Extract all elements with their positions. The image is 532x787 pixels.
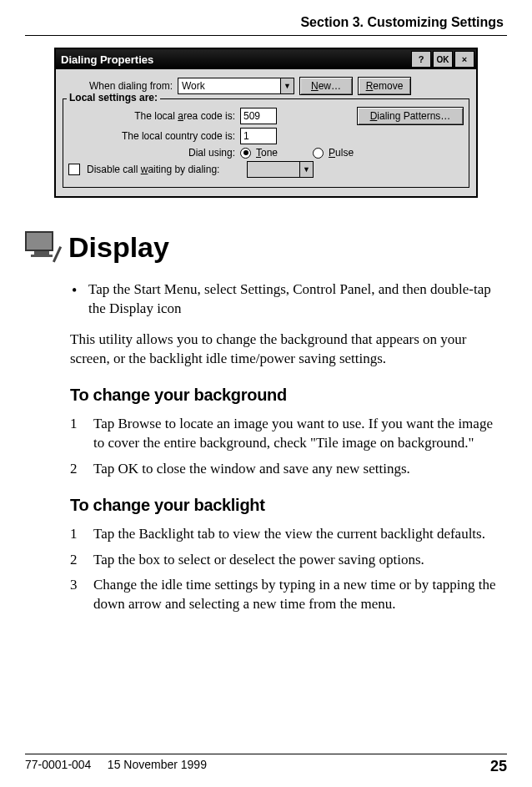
subheading-backlight: To change your backlight [70, 494, 507, 517]
disable-call-waiting-checkbox[interactable] [68, 164, 80, 175]
section-title: Section 3. Customizing Settings [300, 15, 504, 29]
ok-button[interactable]: OK [433, 51, 453, 68]
dialing-properties-dialog: Dialing Properties ? OK × When dialing f… [54, 48, 478, 198]
fieldset-legend: Local settings are: [67, 92, 160, 103]
disable-waiting-label: Disable call waiting by dialing: [85, 164, 242, 175]
country-code-input[interactable]: 1 [240, 128, 277, 144]
area-code-label: The local area code is: [68, 110, 235, 122]
pulse-radio[interactable] [313, 148, 324, 159]
list-item: 3Change the idle time settings by typing… [70, 576, 507, 614]
subheading-background: To change your background [70, 384, 507, 406]
dialing-patterns-button[interactable]: Dialing Patterns… [357, 107, 464, 125]
pulse-label: Pulse [329, 147, 354, 159]
doc-date: 15 November 1999 [108, 758, 207, 771]
close-button[interactable]: × [454, 51, 474, 68]
list-item: 1Tap the Backlight tab to view the view … [70, 525, 507, 544]
list-item: 1Tap Browse to locate an image you want … [70, 415, 507, 453]
remove-button[interactable]: Remove [358, 77, 411, 95]
doc-number: 77-0001-004 [25, 758, 91, 771]
area-code-input[interactable]: 509 [240, 108, 277, 124]
chevron-down-icon[interactable]: ▼ [299, 162, 313, 177]
when-dialing-combo[interactable]: Work ▼ [178, 78, 294, 94]
dialog-title: Dialing Properties [61, 53, 153, 66]
help-button[interactable]: ? [411, 51, 431, 68]
new-button[interactable]: New… [299, 77, 353, 95]
intro-paragraph: This utility allows you to change the ba… [70, 330, 507, 369]
display-heading: Display [68, 231, 169, 264]
dial-using-label: Dial using: [68, 147, 235, 159]
page-header: Section 3. Customizing Settings [25, 0, 507, 36]
tone-label: Tone [256, 147, 278, 159]
intro-bullet: Tap the Start Menu, select Settings, Con… [70, 280, 507, 319]
body-content: Tap the Start Menu, select Settings, Con… [70, 280, 507, 614]
chevron-down-icon[interactable]: ▼ [280, 78, 294, 93]
page-number: 25 [490, 758, 507, 775]
local-settings-fieldset: Local settings are: The local area code … [63, 98, 469, 188]
country-code-label: The local country code is: [68, 130, 235, 142]
tone-radio[interactable] [240, 148, 251, 159]
list-item: 2Tap OK to close the window and save any… [70, 460, 507, 479]
display-icon [25, 231, 58, 261]
disable-waiting-combo[interactable]: ▼ [247, 161, 314, 178]
dialog-titlebar: Dialing Properties ? OK × [56, 49, 476, 69]
when-dialing-label: When dialing from: [63, 80, 173, 92]
list-item: 2Tap the box to select or deselect the p… [70, 551, 507, 570]
page-footer: 77-0001-004 15 November 1999 25 [25, 754, 507, 775]
